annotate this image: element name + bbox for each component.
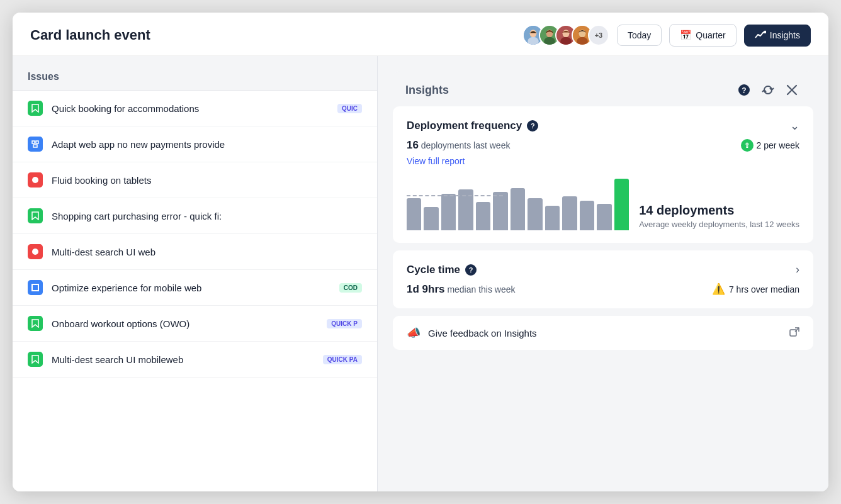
- deployment-help-icon[interactable]: ?: [527, 120, 538, 132]
- bar-11: [597, 204, 611, 230]
- page-title: Card launch event: [30, 27, 150, 43]
- deployment-trend-badge: ⇧ 2 per week: [741, 139, 799, 152]
- cycle-time-card: Cycle time ? › 1d 9hrs median this week …: [393, 250, 813, 308]
- issue-title: Onboard workout options (OWO): [52, 318, 318, 329]
- issue-icon-circle: [28, 172, 43, 188]
- issue-badge: QUICK P: [327, 319, 362, 328]
- bar-9: [562, 196, 577, 230]
- bar-4: [476, 202, 490, 230]
- deployment-title: Deployment frequency: [407, 120, 522, 132]
- issues-panel: Issues Quick booking for accommodations …: [13, 56, 378, 491]
- cycle-expand-icon[interactable]: ›: [796, 263, 799, 276]
- deployment-chart-container: 14 deployments Average weekly deployment…: [407, 174, 799, 230]
- issue-icon-circle: [28, 244, 43, 259]
- svg-point-10: [560, 37, 572, 46]
- issue-title: Multi-dest search UI mobileweb: [52, 354, 314, 365]
- issue-title: Shopping cart purchasing error - quick f…: [52, 211, 362, 221]
- cycle-warning-badge: ⚠️ 7 hrs over median: [712, 283, 799, 296]
- issue-icon-split: [28, 137, 43, 152]
- issue-item[interactable]: Optimize experience for mobile web COD: [13, 270, 377, 306]
- external-link-icon[interactable]: [789, 327, 799, 339]
- avatar-overflow[interactable]: +3: [588, 25, 609, 46]
- bar-5: [493, 192, 507, 230]
- trend-up-icon: ⇧: [741, 139, 754, 152]
- warning-icon: ⚠️: [712, 283, 725, 296]
- insights-panel-header: Insights ?: [393, 71, 813, 106]
- issues-heading: Issues: [13, 56, 377, 90]
- issue-icon-bookmark: [28, 101, 43, 116]
- svg-point-6: [544, 37, 555, 46]
- svg-point-20: [32, 249, 38, 255]
- issue-icon-bookmark: [28, 316, 43, 331]
- cycle-help-icon[interactable]: ?: [465, 264, 477, 276]
- bar-7: [528, 198, 542, 230]
- bar-10: [580, 201, 594, 230]
- issue-title: Quick booking for accommodations: [52, 103, 329, 114]
- view-report-link[interactable]: View full report: [407, 156, 465, 166]
- insights-panel: Insights ?: [393, 71, 813, 350]
- deployment-bar-chart: [407, 174, 629, 230]
- insights-refresh-button[interactable]: [759, 81, 777, 99]
- feedback-icon: 📣: [407, 326, 420, 340]
- issue-title: Adapt web app no new payments provide: [52, 139, 362, 150]
- cycle-time-header: Cycle time ? ›: [407, 263, 799, 276]
- issue-title: Multi-dest search UI web: [52, 247, 362, 257]
- bar-8: [545, 206, 560, 230]
- annotation-text: Average weekly deployments, last 12 week…: [639, 219, 799, 230]
- issue-badge: QUIC: [337, 104, 362, 113]
- today-button[interactable]: Today: [617, 25, 662, 46]
- svg-rect-17: [36, 141, 38, 143]
- bar-0: [407, 198, 421, 230]
- avatar-group: +3: [522, 25, 609, 46]
- cycle-time-stats: 1d 9hrs median this week ⚠️ 7 hrs over m…: [407, 283, 799, 296]
- insights-help-button[interactable]: ?: [735, 81, 753, 99]
- issues-list: Quick booking for accommodations QUIC Ad…: [13, 90, 377, 491]
- bar-12: [614, 179, 629, 230]
- issue-title: Optimize experience for mobile web: [52, 283, 330, 293]
- deployment-stats: 16 deployments last week ⇧ 2 per week: [407, 139, 799, 152]
- svg-point-19: [32, 177, 38, 183]
- svg-rect-16: [32, 141, 35, 143]
- issue-item[interactable]: Onboard workout options (OWO) QUICK P: [13, 306, 377, 342]
- insights-button[interactable]: Insights: [744, 25, 811, 47]
- svg-rect-21: [32, 284, 38, 291]
- bar-1: [424, 207, 438, 230]
- svg-point-2: [528, 37, 539, 46]
- header-actions: +3 Today 📅 Quarter Insights: [522, 24, 811, 47]
- issue-item[interactable]: Quick booking for accommodations QUIC: [13, 91, 377, 126]
- header: Card launch event: [13, 13, 828, 56]
- insights-panel-title: Insights: [405, 84, 449, 97]
- deployment-count: 16 deployments last week: [407, 139, 510, 152]
- bar-6: [511, 188, 525, 230]
- bar-3: [458, 189, 473, 230]
- insights-close-button[interactable]: [783, 81, 801, 99]
- issue-badge: COD: [339, 283, 362, 293]
- feedback-text: Give feedback on Insights: [428, 328, 537, 339]
- issue-title: Fluid booking on tablets: [52, 175, 362, 186]
- main-content: Issues Quick booking for accommodations …: [13, 56, 828, 491]
- deployment-card: Deployment frequency ? ⌄ 16 deployments …: [393, 106, 813, 243]
- insights-icon: [755, 30, 766, 41]
- bar-2: [441, 194, 456, 230]
- annotation-number: 14 deployments: [639, 203, 799, 218]
- chart-annotation: 14 deployments Average weekly deployment…: [629, 203, 799, 230]
- issue-item[interactable]: Multi-dest search UI mobileweb QUICK PA: [13, 342, 377, 378]
- insights-action-buttons: ?: [735, 81, 801, 99]
- deployment-card-header: Deployment frequency ? ⌄: [407, 119, 799, 133]
- issue-item[interactable]: Multi-dest search UI web: [13, 234, 377, 270]
- issue-badge: QUICK PA: [323, 355, 362, 364]
- right-panel: Insights ?: [378, 56, 828, 491]
- svg-point-14: [577, 37, 588, 46]
- issue-item[interactable]: Adapt web app no new payments provide: [13, 126, 377, 162]
- app-window: Card launch event: [13, 13, 828, 491]
- issue-item[interactable]: Shopping cart purchasing error - quick f…: [13, 198, 377, 234]
- issue-item[interactable]: Fluid booking on tablets: [13, 162, 377, 198]
- svg-rect-18: [33, 145, 37, 147]
- deployment-collapse-icon[interactable]: ⌄: [790, 119, 799, 133]
- cycle-time-median: 1d 9hrs median this week: [407, 283, 516, 296]
- quarter-button[interactable]: 📅 Quarter: [669, 24, 736, 47]
- cycle-time-title: Cycle time: [407, 264, 460, 276]
- svg-text:?: ?: [742, 86, 746, 95]
- calendar-icon: 📅: [680, 30, 692, 41]
- feedback-card[interactable]: 📣 Give feedback on Insights: [393, 316, 813, 350]
